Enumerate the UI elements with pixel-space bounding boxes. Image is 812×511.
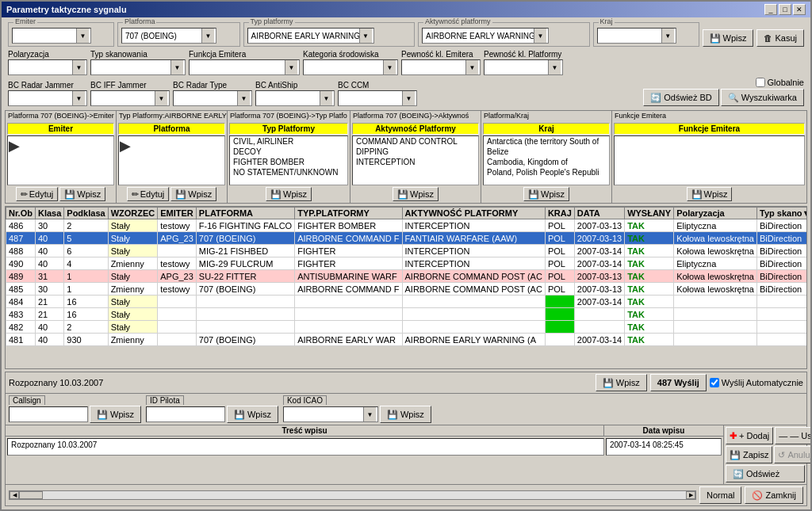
bc-radar-type-combo[interactable]: ▼ [173,90,252,106]
bc-antiship-combo[interactable]: ▼ [255,90,335,106]
id-pilota-input[interactable] [146,406,225,422]
kraj-wpisz-button[interactable]: 💾 Wpisz [523,187,569,201]
platforma-edytuj-button[interactable]: ✏ Edytuj [127,187,170,201]
pewnosc-emitera-combo[interactable]: ▼ [401,59,481,75]
typ-platformy-combo[interactable]: AIRBORNE EARLY WARNING A ▼ [247,28,374,44]
kod-icao-label: Kod ICAO [283,395,327,405]
list-item[interactable]: Poland, Polish People's Republi [484,167,609,177]
normal-button[interactable]: Normal [699,486,741,504]
table-row[interactable]: 48140930Zmienny707 (BOEING)AIRBORNE EARL… [6,334,808,346]
table-row[interactable]: 489311StałyAPG_23SU-22 FITTERANTISUBMARI… [6,270,808,283]
funkcje-emitera-list-body[interactable] [614,135,805,185]
wpisz-button[interactable]: 💾 Wpisz [703,29,754,47]
zapisz-button[interactable]: 💾 Zapisz [726,446,772,463]
close-button[interactable]: ✕ [793,4,806,15]
id-pilota-wpisz-button[interactable]: 💾 Wpisz [227,406,278,423]
list-item[interactable]: Antarctica (the territory South of [484,136,609,147]
save-icon-r: 💾 [603,378,614,388]
typ-platformy-arrow[interactable]: ▼ [359,29,372,43]
recognized-text: Rozpoznany 10.03.2007 [9,378,103,387]
list-item[interactable]: NO STATEMENT/UNKNOWN [230,167,347,177]
disk-icon: 💾 [730,450,741,460]
platforma-arrow[interactable]: ▼ [201,29,214,43]
bc-radar-jammer-combo[interactable]: ▼ [8,90,87,106]
list-item[interactable]: INTERCEPTION [353,157,478,167]
polaryzacja-group: Polaryzacja ▼ [8,50,87,75]
dodaj-button[interactable]: ✚ + Dodaj [726,427,773,444]
bc-ccm-combo[interactable]: ▼ [338,90,417,106]
usun-button[interactable]: — — Usuń [775,427,810,444]
aktywnosc-list-body[interactable]: COMMAND AND CONTROL DIPPING INTERCEPTION [352,135,479,185]
scroll-left-button[interactable]: ◀ [10,491,19,499]
entry-right-buttons: ✚ + Dodaj — — Usuń 💾 Zapisz [723,425,806,484]
callsign-wpisz-button[interactable]: 💾 Wpisz [90,406,141,423]
kod-icao-input-row: ▼ 💾 Wpisz [283,406,431,423]
list-item[interactable]: Belize [484,147,609,157]
emiter-list-body[interactable]: ▶ [7,135,114,185]
funkcje-emitera-list-title: Funkcje Emitera [614,123,805,135]
odswiez-bd-button[interactable]: 🔄 Odśwież BD [643,89,719,106]
emiter-edytuj-button[interactable]: ✏ Edytuj [16,187,59,201]
list-item[interactable]: COMMAND AND CONTROL [353,136,478,147]
platforma-wpisz-button[interactable]: 💾 Wpisz [170,187,216,201]
list-item[interactable]: CIVIL, AIRLINER [230,136,347,147]
emiter-wpisz-button[interactable]: 💾 Wpisz [59,187,105,201]
list-item[interactable]: FIGHTER BOMBER [230,157,347,167]
platforma-list-body[interactable]: ▶ [118,135,225,185]
table-row[interactable]: 487405StałyAPG_23707 (BOEING)AIRBORNE CO… [6,232,808,245]
entry-content: Rozpoznany 10.03.2007 [7,438,604,456]
odswiez-entry-button[interactable]: 🔄 Odśwież [726,465,805,482]
globalnie-checkbox[interactable] [756,78,765,87]
aktywnosc-combo[interactable]: AIRBORNE EARLY WARNING ( ▼ [422,28,549,44]
typ-platformy-wpisz-button[interactable]: 💾 Wpisz [266,187,312,201]
callsign-input[interactable] [9,406,88,422]
table-row[interactable]: 485301Zmiennytestowy707 (BOEING)AIRBORNE… [6,283,808,296]
maximize-button[interactable]: □ [779,4,791,15]
kategoria-combo[interactable]: ▼ [303,59,398,75]
anuluj-button[interactable]: ↺ Anuluj [774,446,810,463]
wyszukiwarka-button[interactable]: 🔍 Wyszukiwarka [721,89,804,106]
aktywnosc-wpisz-button[interactable]: 💾 Wpisz [393,187,439,201]
bc-iff-jammer-combo[interactable]: ▼ [90,90,170,106]
table-row[interactable]: 488406StałyMIG-21 FISHBEDFIGHTERINTERCEP… [6,245,808,257]
list-item[interactable]: Cambodia, Kingdom of [484,157,609,167]
bc-antiship-label: BC AntiShip [255,81,335,90]
aktywnosc-arrow[interactable]: ▼ [534,29,546,43]
save-small-icon3: 💾 [270,189,282,200]
table-row[interactable]: 486302StałytestowyF-16 FIGHTING FALCOFIG… [6,219,808,232]
scroll-right-button[interactable]: ▶ [686,491,695,499]
table-row[interactable]: 490404ZmiennytestowyMIG-29 FULCRUMFIGHTE… [6,257,808,270]
platforma-combo[interactable]: 707 (BOEING) ▼ [121,28,216,44]
data-table-wrapper[interactable]: Nr.Ob Klasa Podklasa WZORZEC EMITER PLAT… [5,206,807,369]
kasuj-button[interactable]: 🗑 Kasuj [756,29,804,47]
wyslij-button[interactable]: 487 Wyślij [650,374,707,391]
pencil-icon2: ✏ [132,189,139,200]
scroll-thumb[interactable] [19,491,43,499]
pewnosc-platformy-combo[interactable]: ▼ [484,59,563,75]
platforma-list-col: Typ Platformy:AIRBORNE EARLY WA Platform… [117,111,228,203]
funkcje-emitera-wpisz-button[interactable]: 💾 Wpisz [687,187,733,201]
kraj-arrow[interactable]: ▼ [661,29,674,43]
wyslij-auto-checkbox[interactable] [710,378,719,387]
typ-skanowania-combo[interactable]: ▼ [90,59,186,75]
typ-platformy-list-body[interactable]: CIVIL, AIRLINER DECOY FIGHTER BOMBER NO … [229,135,348,185]
minimize-button[interactable]: _ [764,4,777,15]
zamknij-button[interactable]: 🚫 Zamknij [745,486,803,504]
kategoria-group: Kategoria środowiska ▼ [303,50,398,75]
list-item[interactable]: DECOY [230,147,347,157]
table-row[interactable]: 4842116Stały2007-03-14TAK [6,296,808,308]
emiter-combo[interactable]: ▼ [12,28,91,44]
horizontal-scrollbar[interactable]: ◀ ▶ [9,490,696,500]
funkcja-emitera-combo[interactable]: ▼ [189,59,300,75]
list-item[interactable]: DIPPING [353,147,478,157]
emiter-arrow[interactable]: ▼ [76,29,89,43]
kraj-list-body[interactable]: Antarctica (the territory South of Beliz… [483,135,610,185]
kraj-combo[interactable]: ▼ [597,28,676,44]
table-row[interactable]: 482402StałyTAK [6,321,808,334]
kod-icao-combo[interactable]: ▼ [283,406,378,422]
recognized-wpisz-button[interactable]: 💾 Wpisz [596,374,647,391]
kod-icao-wpisz-button[interactable]: 💾 Wpisz [380,406,431,423]
table-row[interactable]: 4832116StałyTAK [6,308,808,321]
polaryzacja-combo[interactable]: ▼ [8,59,87,75]
kod-icao-group: Kod ICAO ▼ 💾 Wpisz [283,395,431,423]
